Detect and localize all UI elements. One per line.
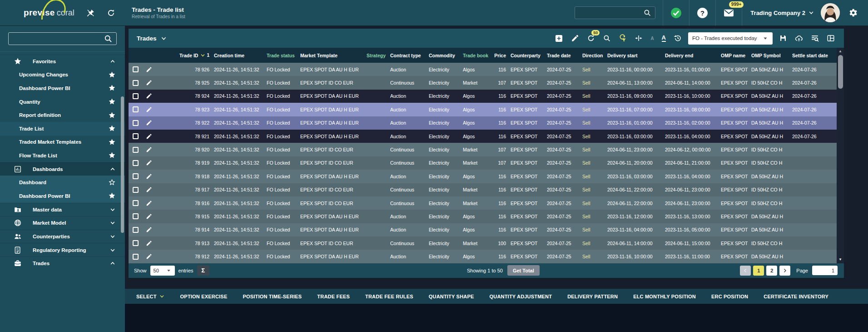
- table-row[interactable]: 78 9252024-11-26, 14:51:32FO LockedEPEX …: [129, 76, 844, 89]
- edit-pencil-icon[interactable]: [146, 240, 152, 246]
- sidebar-scrollbar[interactable]: [121, 74, 124, 328]
- sidebar-section-favorites[interactable]: Favorites: [0, 55, 125, 68]
- tab-elc-monthly-position[interactable]: ELC MONTHLY POSITION: [633, 294, 696, 299]
- table-row[interactable]: 78 9142024-11-26, 14:51:32FO LockedEPEX …: [129, 223, 844, 236]
- tab-trade-fees[interactable]: TRADE FEES: [317, 294, 350, 299]
- edit-pencil-icon[interactable]: [146, 226, 152, 233]
- chevron-up-icon[interactable]: [109, 260, 116, 267]
- tab-trade-fee-rules[interactable]: TRADE FEE RULES: [365, 294, 413, 299]
- page-button-2[interactable]: 2: [766, 266, 777, 276]
- row-checkbox[interactable]: [133, 120, 139, 126]
- row-checkbox[interactable]: [133, 240, 139, 246]
- column-header-creation-time[interactable]: Creation time: [212, 53, 264, 58]
- table-row[interactable]: 78 9132024-11-26, 14:51:32FO LockedEPEX …: [129, 236, 844, 250]
- sum-button[interactable]: Σ: [197, 265, 209, 276]
- table-row[interactable]: 78 9232024-11-26, 14:51:32FO LockedEPEX …: [129, 103, 844, 116]
- messages-icon[interactable]: 999+: [723, 7, 734, 19]
- row-checkbox[interactable]: [133, 147, 139, 153]
- column-header-strategy[interactable]: Strategy: [363, 53, 388, 58]
- table-row[interactable]: 78 9172024-11-26, 14:51:32FO LockedEPEX …: [129, 183, 844, 196]
- cloud-upload-icon[interactable]: [795, 34, 803, 42]
- edit-pencil-icon[interactable]: [146, 93, 152, 99]
- clear-filter-icon[interactable]: [619, 34, 627, 42]
- add-icon[interactable]: [555, 34, 563, 43]
- sidebar-section-market-model[interactable]: Market Model: [0, 216, 125, 230]
- search-icon[interactable]: [104, 34, 113, 43]
- refresh-icon[interactable]: 50: [587, 34, 595, 42]
- refresh-page-icon[interactable]: [107, 9, 115, 17]
- table-row[interactable]: 78 9202024-11-26, 14:51:32FO LockedEPEX …: [129, 143, 844, 156]
- sidebar-section-dashboards[interactable]: Dashboards: [0, 162, 125, 176]
- column-header-delivery-end[interactable]: Delivery end: [663, 53, 719, 58]
- column-header-trade-book[interactable]: Trade book: [461, 53, 490, 58]
- sidebar-search-input[interactable]: [12, 35, 104, 42]
- edit-pencil-icon[interactable]: [146, 106, 152, 113]
- scroll-down-arrow[interactable]: ▼: [837, 256, 844, 262]
- help-icon[interactable]: [697, 7, 708, 19]
- previous-page-button[interactable]: [740, 266, 751, 276]
- search-icon[interactable]: [643, 9, 651, 17]
- edit-pencil-icon[interactable]: [146, 253, 152, 260]
- unpin-icon[interactable]: [86, 9, 95, 17]
- edit-pencil-icon[interactable]: [146, 213, 152, 220]
- next-page-button[interactable]: [779, 266, 790, 276]
- tab-certificate-inventory[interactable]: CERTIFICATE INVENTORY: [764, 294, 828, 299]
- page-button-1[interactable]: 1: [753, 266, 764, 276]
- edit-pencil-icon[interactable]: [146, 173, 152, 180]
- sidebar-item-dashboard-power-bi[interactable]: Dashboard Power BI: [0, 189, 125, 203]
- sort-desc-icon[interactable]: [200, 52, 206, 58]
- row-checkbox[interactable]: [133, 66, 139, 72]
- edit-pencil-icon[interactable]: [146, 120, 152, 126]
- scroll-up-arrow[interactable]: ▲: [837, 48, 844, 54]
- edit-pencil-icon[interactable]: [146, 133, 152, 140]
- column-header-contract-type[interactable]: Contract type: [388, 53, 427, 58]
- text-format-icon[interactable]: A: [662, 35, 666, 42]
- status-check-icon[interactable]: [670, 7, 682, 19]
- row-checkbox[interactable]: [133, 106, 139, 112]
- app-logo[interactable]: previse coral: [24, 8, 74, 18]
- column-header-settle-start-date[interactable]: Settle start date: [790, 53, 837, 58]
- avatar[interactable]: [821, 3, 840, 22]
- sidebar-item-quantity[interactable]: Quantity: [0, 95, 125, 109]
- tab-delivery-pattern[interactable]: DELIVERY PATTERN: [567, 294, 618, 299]
- favorite-star-icon[interactable]: [108, 84, 116, 92]
- history-icon[interactable]: [674, 34, 682, 42]
- chevron-up-icon[interactable]: [109, 166, 116, 172]
- sidebar-item-dashboard-power-bi[interactable]: Dashboard Power BI: [0, 81, 125, 95]
- favorite-star-icon[interactable]: [108, 98, 116, 106]
- edit-pencil-icon[interactable]: [146, 66, 152, 73]
- tab-erc-position[interactable]: ERC POSITION: [711, 294, 748, 299]
- chevron-up-icon[interactable]: [109, 58, 116, 65]
- table-row[interactable]: 78 9222024-11-26, 14:51:32FO LockedEPEX …: [129, 116, 844, 130]
- tab-quantity-shape[interactable]: QUANTITY SHAPE: [429, 294, 474, 299]
- favorite-star-icon[interactable]: [108, 138, 116, 146]
- edit-pencil-icon[interactable]: [146, 146, 152, 153]
- view-dropdown[interactable]: FO - Trades executed today: [688, 32, 773, 45]
- edit-pencil-icon[interactable]: [146, 80, 152, 86]
- sidebar-item-report-definition[interactable]: Report definition: [0, 108, 125, 122]
- column-header-omp-name[interactable]: OMP name: [719, 53, 749, 58]
- column-header-direction[interactable]: Direction: [580, 53, 605, 58]
- edit-pencil-icon[interactable]: [146, 186, 152, 193]
- table-row[interactable]: 78 9122024-11-26, 14:51:32FO LockedEPEX …: [129, 250, 844, 263]
- sidebar-item-dashboard[interactable]: Dashboard: [0, 176, 125, 189]
- column-header-delivery-start[interactable]: Delivery start: [605, 53, 663, 58]
- company-selector[interactable]: Trading Company 2: [750, 10, 814, 16]
- favorite-star-icon[interactable]: [108, 192, 116, 200]
- chevron-down-icon[interactable]: [109, 233, 116, 240]
- column-header-omp-symbol[interactable]: OMP Symbol: [749, 53, 790, 58]
- entity-selector[interactable]: Trades: [137, 35, 167, 42]
- font-size-icon[interactable]: A: [650, 36, 654, 41]
- row-checkbox[interactable]: [133, 187, 139, 193]
- sidebar-item-trade-list[interactable]: Trade List: [0, 122, 125, 136]
- favorite-star-icon[interactable]: [108, 151, 116, 159]
- column-header-price[interactable]: Price: [490, 53, 508, 58]
- column-header-trade-status[interactable]: Trade status: [264, 53, 298, 58]
- favorite-star-icon[interactable]: [108, 111, 116, 119]
- sidebar-section-trades[interactable]: Trades: [0, 257, 125, 270]
- chevron-down-icon[interactable]: [109, 206, 116, 213]
- favorite-star-icon[interactable]: [108, 125, 116, 132]
- column-header-trade-date[interactable]: Trade date: [545, 53, 580, 58]
- row-checkbox[interactable]: [133, 227, 139, 233]
- edit-pencil-icon[interactable]: [146, 200, 152, 206]
